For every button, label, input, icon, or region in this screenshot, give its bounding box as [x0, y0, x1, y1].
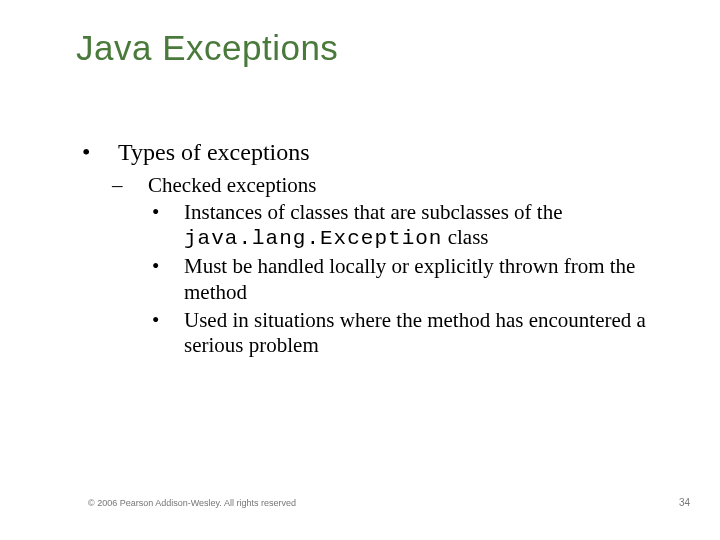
- bullet-level-3: •Must be handled locally or explicitly t…: [184, 254, 660, 304]
- l3-1-pre: Instances of classes that are subclasses…: [184, 200, 562, 224]
- slide: Java Exceptions •Types of exceptions –Ch…: [0, 0, 720, 540]
- bullet-dot-icon: •: [168, 200, 184, 225]
- bullet-level-3: •Used in situations where the method has…: [184, 308, 660, 358]
- bullet-dot-icon: •: [168, 254, 184, 279]
- bullet-dot-icon: •: [168, 308, 184, 333]
- l1-text: Types of exceptions: [118, 139, 310, 165]
- l3-3-text: Used in situations where the method has …: [184, 308, 646, 357]
- bullet-level-3: •Instances of classes that are subclasse…: [184, 200, 660, 251]
- l3-1-post: class: [442, 225, 488, 249]
- bullet-dash-icon: –: [130, 173, 148, 198]
- l2-text: Checked exceptions: [148, 173, 317, 197]
- page-number: 34: [679, 497, 690, 508]
- slide-body: •Types of exceptions –Checked exceptions…: [100, 138, 660, 361]
- slide-title: Java Exceptions: [76, 28, 338, 68]
- bullet-level-1: •Types of exceptions: [118, 138, 660, 167]
- bullet-level-2: –Checked exceptions: [148, 173, 660, 198]
- code-span: java.lang.Exception: [184, 227, 442, 250]
- bullet-dot-icon: •: [100, 138, 118, 167]
- copyright-footer: © 2006 Pearson Addison-Wesley. All right…: [88, 498, 296, 508]
- l3-2-text: Must be handled locally or explicitly th…: [184, 254, 635, 303]
